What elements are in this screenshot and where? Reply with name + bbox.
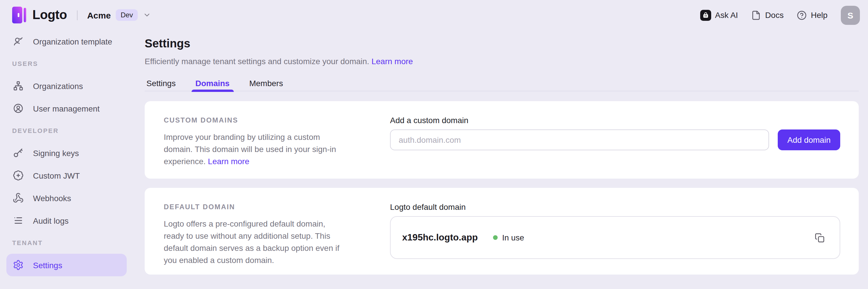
- page-description: Efficiently manage tenant settings and c…: [145, 56, 859, 67]
- sidebar-item-label: Settings: [33, 260, 62, 269]
- sidebar-item-signing-keys[interactable]: Signing keys: [6, 142, 127, 164]
- logto-console: Logto Acme Dev Ask AI: [0, 0, 868, 289]
- sidebar-section-users: USERS: [6, 52, 127, 75]
- domain-status: In use: [493, 233, 524, 242]
- sidebar-item-webhooks[interactable]: Webhooks: [6, 187, 127, 209]
- copy-domain-button[interactable]: [814, 231, 826, 244]
- add-domain-button[interactable]: Add domain: [778, 130, 840, 150]
- sidebar-item-organization-template[interactable]: Organization template: [6, 30, 127, 52]
- sidebar-item-label: Organizations: [33, 81, 83, 91]
- sidebar-item-user-management[interactable]: User management: [6, 97, 127, 120]
- custom-domains-description: Improve your branding by utilizing a cus…: [164, 131, 367, 168]
- add-custom-domain-label: Add a custom domain: [390, 116, 840, 125]
- custom-domains-card: CUSTOM DOMAINS Improve your branding by …: [145, 101, 859, 179]
- topbar: Logto Acme Dev Ask AI: [0, 0, 868, 30]
- ask-ai-label: Ask AI: [715, 10, 738, 20]
- topbar-divider: [77, 10, 77, 20]
- env-badge: Dev: [116, 9, 138, 21]
- badge-plus-icon: [12, 170, 24, 181]
- logto-logo: Logto: [11, 6, 67, 24]
- sidebar-item-label: Audit logs: [33, 216, 69, 225]
- sidebar-item-label: Webhooks: [33, 193, 71, 203]
- docs-button[interactable]: Docs: [751, 10, 784, 20]
- gear-icon: [12, 259, 24, 271]
- sidebar-item-label: Signing keys: [33, 148, 79, 157]
- default-domain-info: DEFAULT DOMAIN Logto offers a pre-config…: [164, 203, 390, 275]
- sidebar: Organization template USERS Organization…: [0, 30, 133, 289]
- sidebar-item-label: Custom JWT: [33, 171, 80, 180]
- custom-domains-info: CUSTOM DOMAINS Improve your branding by …: [164, 116, 390, 179]
- sidebar-item-custom-jwt[interactable]: Custom JWT: [6, 164, 127, 187]
- org-chart-icon: [12, 80, 24, 92]
- list-icon: [12, 215, 24, 226]
- sidebar-item-settings[interactable]: Settings: [6, 254, 127, 276]
- green-dot: [493, 235, 497, 240]
- default-domain-section-title: DEFAULT DOMAIN: [164, 203, 367, 211]
- user-circle-icon: [12, 103, 24, 114]
- brand-name: Logto: [32, 7, 67, 23]
- help-label: Help: [811, 10, 828, 20]
- default-domain-value: x195hc.logto.app: [402, 232, 478, 243]
- chevron-down-icon: [143, 11, 151, 19]
- sidebar-item-label: Organization template: [33, 37, 112, 46]
- default-domain-card: DEFAULT DOMAIN Logto offers a pre-config…: [145, 188, 859, 275]
- logto-default-domain-label: Logto default domain: [390, 203, 840, 212]
- user-check-icon: [12, 36, 24, 47]
- help-circle-icon: [797, 10, 807, 20]
- ask-ai-button[interactable]: Ask AI: [700, 9, 738, 21]
- topbar-actions: Ask AI Docs Help S: [700, 5, 860, 25]
- help-button[interactable]: Help: [797, 10, 828, 20]
- tenant-name: Acme: [87, 10, 111, 20]
- default-domain-description: Logto offers a pre-configured default do…: [164, 218, 367, 266]
- user-avatar[interactable]: S: [841, 5, 860, 25]
- custom-domains-section-title: CUSTOM DOMAINS: [164, 116, 367, 124]
- custom-domains-form: Add a custom domain Add domain: [390, 116, 840, 179]
- sidebar-section-tenant: TENANT: [6, 232, 127, 254]
- key-icon: [12, 147, 24, 159]
- tenant-selector[interactable]: Acme Dev: [87, 9, 151, 21]
- custom-domain-input[interactable]: [390, 130, 769, 150]
- default-domain-row: x195hc.logto.app In use: [390, 216, 840, 259]
- tab-bar: Settings Domains Members: [145, 79, 859, 91]
- page-learn-more-link[interactable]: Learn more: [372, 57, 413, 66]
- logto-logo-icon: [11, 6, 27, 24]
- page-description-text: Efficiently manage tenant settings and c…: [145, 57, 369, 66]
- tab-settings[interactable]: Settings: [145, 79, 177, 91]
- file-icon: [751, 10, 761, 20]
- webhook-icon: [12, 192, 24, 204]
- main-content: Settings Efficiently manage tenant setti…: [133, 30, 868, 289]
- page-title: Settings: [145, 36, 859, 51]
- add-domain-row: Add domain: [390, 130, 840, 150]
- domain-status-text: In use: [502, 233, 524, 242]
- tab-domains[interactable]: Domains: [193, 79, 231, 91]
- sidebar-item-label: User management: [33, 104, 99, 113]
- sidebar-item-organizations[interactable]: Organizations: [6, 75, 127, 97]
- custom-domains-learn-more-link[interactable]: Learn more: [208, 157, 249, 166]
- sidebar-item-audit-logs[interactable]: Audit logs: [6, 209, 127, 232]
- default-domain-panel: Logto default domain x195hc.logto.app In…: [390, 203, 840, 275]
- robot-icon: [700, 9, 711, 21]
- copy-icon: [815, 232, 825, 243]
- tab-members[interactable]: Members: [247, 79, 285, 91]
- docs-label: Docs: [765, 10, 784, 20]
- sidebar-section-developer: DEVELOPER: [6, 120, 127, 142]
